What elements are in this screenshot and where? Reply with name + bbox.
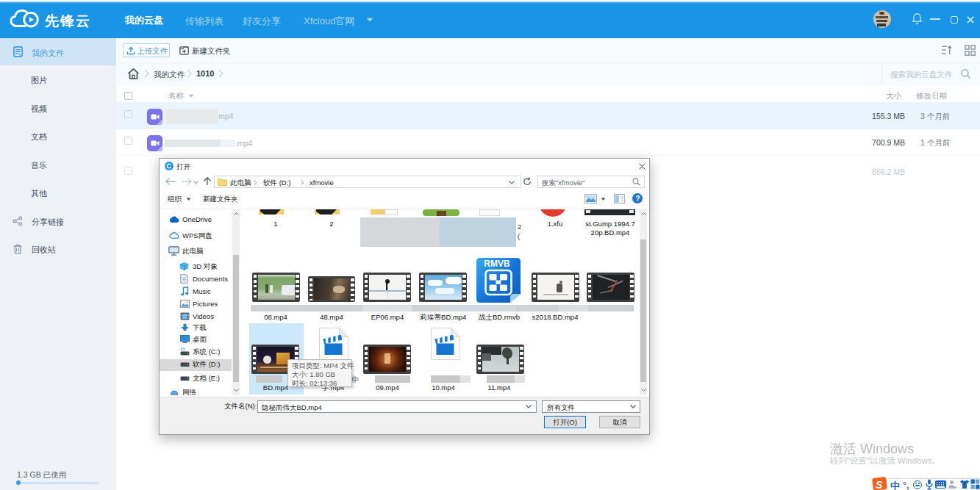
svg-text:RMVB: RMVB bbox=[484, 259, 510, 269]
